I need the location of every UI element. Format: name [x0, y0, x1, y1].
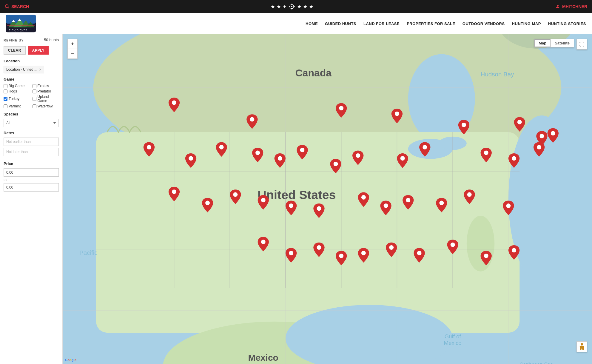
game-exotics[interactable]: Exotics: [33, 84, 59, 88]
svg-point-79: [233, 192, 238, 197]
not-earlier-input[interactable]: [4, 138, 59, 146]
svg-point-76: [537, 145, 541, 149]
svg-point-89: [261, 240, 266, 244]
svg-text:Hudson Bay: Hudson Bay: [481, 71, 514, 78]
nav-hunting-map[interactable]: HUNTING MAP: [512, 21, 541, 26]
location-tag[interactable]: Location - United ... ×: [4, 66, 44, 73]
big-game-checkbox[interactable]: [4, 84, 7, 88]
nav-stories-link[interactable]: HUNTING STORIES: [548, 21, 586, 26]
dates-label: Dates: [4, 131, 59, 135]
nav-map-link[interactable]: HUNTING MAP: [512, 21, 541, 26]
search-icon: [5, 4, 10, 9]
game-predator[interactable]: Predator: [33, 89, 59, 93]
map-background: Pacific Canada United States Mexico: [63, 34, 592, 364]
svg-point-8: [557, 5, 559, 7]
nav-vendors[interactable]: OUTDOOR VENDORS: [462, 21, 505, 26]
map-view-button[interactable]: Map: [534, 39, 551, 47]
svg-point-78: [205, 201, 210, 205]
top-bar: SEARCH ★ ★ ✦ ★ ★ ★ MHITCHNER: [0, 0, 592, 13]
svg-point-99: [581, 343, 583, 346]
search-link[interactable]: SEARCH: [5, 4, 29, 9]
location-close-icon[interactable]: ×: [39, 67, 41, 72]
game-turkey[interactable]: Turkey: [4, 95, 30, 103]
svg-point-70: [334, 162, 338, 166]
zoom-out-button[interactable]: −: [68, 49, 77, 58]
location-label: Location: [4, 59, 59, 63]
svg-point-93: [361, 251, 366, 255]
svg-point-7: [291, 6, 292, 7]
svg-point-65: [189, 156, 193, 161]
filter-buttons: CLEAR APPLY: [4, 46, 59, 55]
logo[interactable]: FIND·A·HUNT America's Hunting Network: [6, 15, 36, 33]
svg-point-67: [255, 151, 260, 155]
price-max-input[interactable]: [4, 183, 59, 192]
game-label: Game: [4, 77, 59, 81]
turkey-checkbox[interactable]: [4, 97, 7, 101]
zoom-in-button[interactable]: +: [68, 39, 77, 49]
apply-button[interactable]: APPLY: [28, 46, 49, 55]
species-section: Species All Deer Elk Bear Duck Turkey Ho…: [4, 112, 59, 127]
star-6: ★: [309, 4, 313, 10]
dates-section: Dates: [4, 131, 59, 158]
nav-properties-link[interactable]: PROPERTIES FOR SALE: [407, 21, 455, 26]
sidebar: REFINE BY 50 hunts CLEAR APPLY Location …: [0, 34, 63, 364]
species-select[interactable]: All Deer Elk Bear Duck Turkey Hog: [4, 119, 59, 127]
upland-checkbox[interactable]: [33, 97, 36, 101]
fullscreen-button[interactable]: [576, 39, 587, 50]
game-big-game[interactable]: Big Game: [4, 84, 30, 88]
nav-properties[interactable]: PROPERTIES FOR SALE: [407, 21, 455, 26]
predator-label: Predator: [38, 89, 51, 93]
svg-point-95: [417, 251, 422, 255]
nav-stories[interactable]: HUNTING STORIES: [548, 21, 586, 26]
exotics-label: Exotics: [38, 84, 49, 88]
svg-point-88: [506, 203, 511, 208]
game-upland[interactable]: Upland Game: [33, 95, 59, 103]
nav-home[interactable]: HOME: [306, 21, 318, 26]
nav-land-link[interactable]: LAND FOR LEASE: [363, 21, 400, 26]
predator-checkbox[interactable]: [33, 90, 36, 93]
main-layout: REFINE BY 50 hunts CLEAR APPLY Location …: [0, 34, 592, 364]
svg-point-66: [219, 145, 224, 149]
nav-home-link[interactable]: HOME: [306, 21, 318, 26]
svg-text:FIND·A·HUNT: FIND·A·HUNT: [9, 28, 27, 31]
waterfowl-checkbox[interactable]: [33, 104, 36, 108]
star-5: ★: [303, 4, 307, 10]
nav-vendors-link[interactable]: OUTDOOR VENDORS: [462, 21, 505, 26]
star-2: ★: [277, 4, 281, 10]
top-bar-center: ★ ★ ✦ ★ ★ ★: [271, 3, 313, 10]
streetview-button[interactable]: [576, 341, 587, 352]
main-nav: HOME GUIDED HUNTS LAND FOR LEASE PROPERT…: [306, 21, 586, 26]
svg-text:Mexico: Mexico: [444, 340, 462, 346]
price-min-input[interactable]: [4, 168, 59, 177]
svg-point-98: [512, 248, 516, 252]
nav-guided-hunts[interactable]: GUIDED HUNTS: [325, 21, 356, 26]
exotics-checkbox[interactable]: [33, 84, 36, 88]
nav-land-lease[interactable]: LAND FOR LEASE: [363, 21, 400, 26]
game-waterfowl[interactable]: Waterfowl: [33, 104, 59, 108]
nav-guided-link[interactable]: GUIDED HUNTS: [325, 21, 356, 26]
satellite-view-button[interactable]: Satellite: [551, 39, 574, 47]
svg-point-82: [317, 206, 321, 211]
map-area: Pacific Canada United States Mexico: [63, 34, 592, 364]
svg-text:Mexico: Mexico: [248, 353, 278, 363]
svg-point-96: [451, 243, 455, 247]
user-area[interactable]: MHITCHNER: [555, 4, 587, 9]
svg-point-73: [423, 145, 427, 149]
map-zoom-controls: + −: [67, 39, 78, 59]
refine-by-label: REFINE BY: [4, 38, 24, 42]
game-varmint[interactable]: Varmint: [4, 104, 30, 108]
star-3: ✦: [283, 4, 286, 10]
varmint-label: Varmint: [9, 104, 21, 108]
varmint-checkbox[interactable]: [4, 104, 7, 108]
svg-point-59: [395, 112, 399, 116]
nav-bar: FIND·A·HUNT America's Hunting Network HO…: [0, 13, 592, 34]
svg-point-60: [462, 123, 466, 127]
user-icon: [555, 4, 560, 9]
hogs-checkbox[interactable]: [4, 90, 7, 93]
not-later-input[interactable]: [4, 148, 59, 156]
price-to-label: to: [4, 178, 59, 182]
logo-area[interactable]: FIND·A·HUNT America's Hunting Network: [6, 15, 36, 33]
game-hogs[interactable]: Hogs: [4, 89, 30, 93]
clear-button[interactable]: CLEAR: [4, 46, 26, 55]
turkey-label: Turkey: [9, 97, 19, 101]
